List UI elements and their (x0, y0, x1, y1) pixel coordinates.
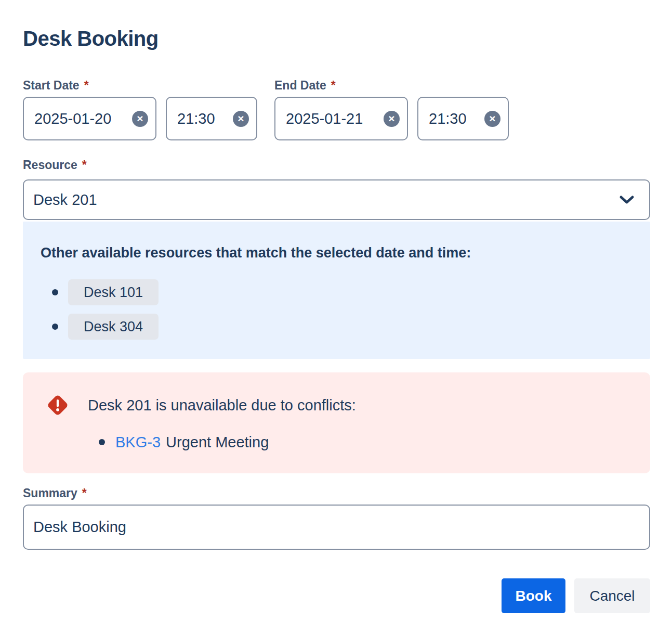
summary-input[interactable]: Desk Booking (23, 505, 650, 550)
start-date-group: Start Date* 2025-01-20 × 21:30 × (23, 78, 257, 140)
desk-booking-form: Desk Booking Start Date* 2025-01-20 × 21… (0, 0, 672, 633)
end-date-value: 2025-01-21 (286, 110, 363, 127)
end-date-input[interactable]: 2025-01-21 × (274, 97, 408, 140)
bullet-icon (52, 324, 58, 330)
availability-panel: Other available resources that match the… (23, 222, 650, 359)
summary-label: Summary* (23, 486, 650, 500)
booking-key-link[interactable]: BKG-3 (115, 434, 161, 450)
error-icon (46, 393, 70, 417)
resource-selected-value: Desk 201 (33, 191, 97, 209)
end-date-clear-icon[interactable]: × (384, 111, 400, 127)
start-date-input[interactable]: 2025-01-20 × (23, 97, 156, 140)
summary-section: Summary* Desk Booking (23, 486, 650, 550)
chevron-down-icon (619, 195, 635, 205)
end-time-clear-icon[interactable]: × (484, 111, 500, 127)
summary-required-asterisk: * (82, 486, 87, 500)
list-item: Desk 304 (52, 314, 633, 340)
conflict-list: BKG-3Urgent Meeting (46, 434, 633, 450)
conflict-error-panel: Desk 201 is unavailable due to conflicts… (23, 372, 650, 473)
booking-title: Urgent Meeting (166, 434, 269, 450)
end-date-required-asterisk: * (331, 79, 336, 92)
end-datetime-inputs: 2025-01-21 × 21:30 × (274, 97, 509, 140)
list-item: BKG-3Urgent Meeting (99, 434, 633, 450)
cancel-button[interactable]: Cancel (574, 578, 650, 613)
start-date-clear-icon[interactable]: × (132, 111, 148, 127)
end-date-label: End Date* (274, 78, 509, 93)
end-time-input[interactable]: 21:30 × (417, 97, 509, 140)
resource-chip: Desk 304 (68, 314, 159, 340)
start-datetime-inputs: 2025-01-20 × 21:30 × (23, 97, 257, 140)
conflict-error-header: Desk 201 is unavailable due to conflicts… (46, 393, 633, 417)
book-button[interactable]: Book (502, 578, 565, 613)
resource-select[interactable]: Desk 201 (23, 179, 650, 220)
end-date-label-text: End Date (274, 79, 326, 92)
list-item: Desk 101 (52, 279, 633, 305)
summary-label-text: Summary (23, 486, 77, 500)
resource-chip: Desk 101 (68, 279, 159, 305)
resource-required-asterisk: * (82, 158, 87, 172)
resource-section: Resource* Desk 201 Other available resou… (23, 158, 650, 359)
page-title: Desk Booking (23, 26, 650, 51)
end-time-value: 21:30 (429, 110, 467, 127)
start-time-clear-icon[interactable]: × (233, 111, 249, 127)
start-time-value: 21:30 (177, 110, 215, 127)
resource-label-text: Resource (23, 158, 77, 172)
start-time-input[interactable]: 21:30 × (166, 97, 257, 140)
availability-list: Desk 101 Desk 304 (41, 279, 633, 340)
start-date-label: Start Date* (23, 78, 257, 93)
end-date-group: End Date* 2025-01-21 × 21:30 × (274, 78, 509, 140)
start-date-value: 2025-01-20 (34, 110, 111, 127)
datetime-row: Start Date* 2025-01-20 × 21:30 × End Dat… (23, 78, 650, 140)
availability-heading: Other available resources that match the… (41, 246, 633, 260)
start-date-label-text: Start Date (23, 79, 80, 92)
form-actions: Book Cancel (23, 578, 650, 613)
summary-value: Desk Booking (33, 519, 126, 536)
resource-label: Resource* (23, 158, 650, 172)
bullet-icon (52, 289, 58, 295)
bullet-icon (99, 439, 105, 445)
start-date-required-asterisk: * (84, 79, 89, 92)
conflict-booking: BKG-3Urgent Meeting (115, 434, 269, 450)
conflict-message: Desk 201 is unavailable due to conflicts… (88, 397, 356, 414)
